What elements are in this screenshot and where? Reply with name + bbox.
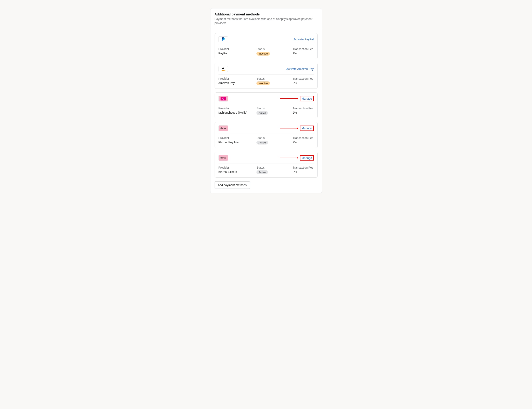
card-action: Manage: [280, 96, 314, 101]
provider-logo: FC: [218, 96, 228, 101]
paypal-icon: [221, 37, 225, 42]
status-label: Status: [256, 166, 293, 169]
annotation-arrow: [280, 128, 298, 128]
status-badge: Active: [256, 170, 268, 174]
provider-label: Provider: [218, 47, 256, 51]
fashioncheque-icon: FC: [220, 97, 226, 100]
provider-label: Provider: [218, 136, 256, 140]
status-label: Status: [256, 136, 293, 140]
provider-label: Provider: [218, 166, 256, 169]
provider-card: Klarna.ManageProviderKlarna: Slice itSta…: [215, 152, 318, 178]
status-label: Status: [256, 77, 293, 80]
activate-link[interactable]: Activate PayPal: [293, 38, 314, 41]
status-badge: Inactive: [256, 52, 270, 55]
provider-card: FCManageProviderfashioncheque (Mollie)St…: [215, 92, 318, 118]
provider-logo: a: [218, 66, 228, 72]
fee-value: 2%: [293, 52, 314, 55]
annotation-highlight-box: Manage: [300, 96, 314, 101]
card-action: Manage: [280, 126, 314, 131]
status-label: Status: [256, 107, 293, 110]
status-label: Status: [256, 47, 293, 51]
fee-value: 2%: [293, 81, 314, 85]
klarna-icon: Klarna.: [220, 127, 226, 129]
fee-label: Transaction Fee: [293, 107, 314, 110]
fee-value: 2%: [293, 170, 314, 173]
section-body: Activate PayPalProviderPayPalStatusInact…: [210, 29, 322, 193]
provider-name: Klarna: Slice it: [218, 170, 256, 173]
manage-link[interactable]: Manage: [302, 97, 312, 100]
provider-logo: Klarna.: [218, 155, 228, 161]
section-header: Additional payment methods Payment metho…: [210, 9, 322, 29]
provider-name: PayPal: [218, 52, 256, 55]
fee-label: Transaction Fee: [293, 166, 314, 169]
status-badge: Active: [256, 111, 268, 115]
fee-value: 2%: [293, 111, 314, 114]
provider-logo: [218, 36, 228, 42]
annotation-arrow: [280, 98, 298, 99]
provider-label: Provider: [218, 107, 256, 110]
annotation-highlight-box: Manage: [300, 126, 314, 131]
section-subtitle: Payment methods that are available with …: [215, 17, 318, 25]
card-action: Manage: [280, 155, 314, 161]
card-action: Activate Amazon Pay: [286, 67, 314, 71]
annotation-arrow: [280, 158, 298, 158]
activate-link[interactable]: Activate Amazon Pay: [286, 67, 314, 71]
payment-methods-panel: Additional payment methods Payment metho…: [210, 8, 322, 193]
annotation-highlight-box: Manage: [300, 155, 314, 161]
section-title: Additional payment methods: [215, 13, 318, 16]
provider-label: Provider: [218, 77, 256, 80]
provider-card: Activate PayPalProviderPayPalStatusInact…: [215, 33, 318, 59]
manage-link[interactable]: Manage: [302, 156, 312, 160]
card-action: Activate PayPal: [293, 38, 314, 41]
provider-name: Klarna: Pay later: [218, 141, 256, 144]
provider-logo: Klarna.: [218, 125, 228, 131]
amazon-icon: a: [221, 66, 226, 72]
add-payment-methods-button[interactable]: Add payment methods: [215, 181, 250, 189]
fee-label: Transaction Fee: [293, 77, 314, 80]
fee-label: Transaction Fee: [293, 136, 314, 140]
provider-card: Klarna.ManageProviderKlarna: Pay laterSt…: [215, 122, 318, 148]
status-badge: Active: [256, 141, 268, 145]
provider-card: aActivate Amazon PayProviderAmazon PaySt…: [215, 63, 318, 89]
klarna-icon: Klarna.: [220, 157, 226, 159]
provider-name: fashioncheque (Mollie): [218, 111, 256, 114]
status-badge: Inactive: [256, 81, 270, 85]
fee-value: 2%: [293, 141, 314, 144]
provider-name: Amazon Pay: [218, 81, 256, 85]
fee-label: Transaction Fee: [293, 47, 314, 51]
manage-link[interactable]: Manage: [302, 127, 312, 130]
